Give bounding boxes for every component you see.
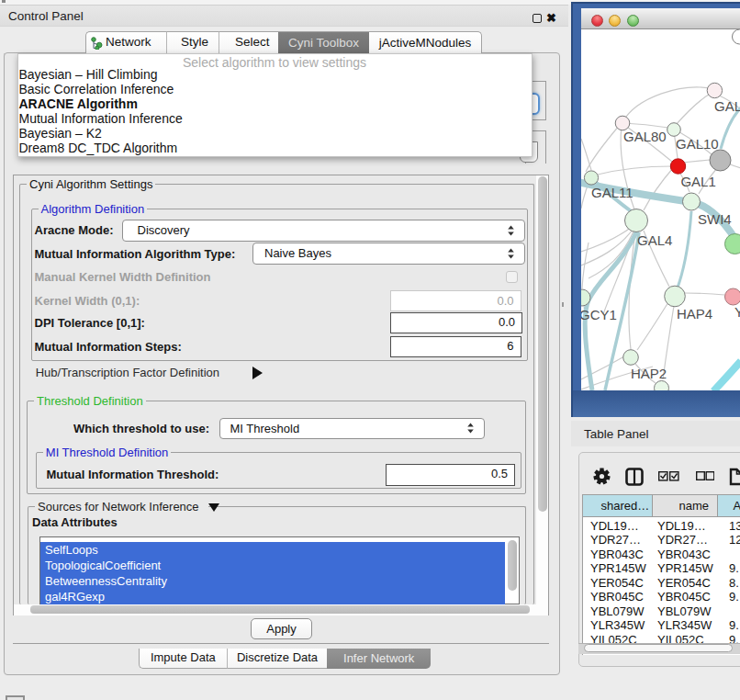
svg-text:GCY1: GCY1	[581, 307, 617, 322]
svg-text:HAP2: HAP2	[631, 366, 667, 381]
svg-text:GAL1: GAL1	[680, 174, 715, 189]
svg-text:GAL4: GAL4	[637, 232, 672, 248]
svg-text:GAL10: GAL10	[676, 136, 719, 152]
svg-text:GAL80: GAL80	[623, 129, 667, 144]
svg-text:GAL11: GAL11	[591, 185, 633, 200]
svg-text:SWI4: SWI4	[698, 211, 732, 227]
svg-text:Y: Y	[734, 304, 740, 320]
svg-text:HAP4: HAP4	[677, 306, 712, 322]
svg-text:GAL2: GAL2	[714, 98, 740, 114]
